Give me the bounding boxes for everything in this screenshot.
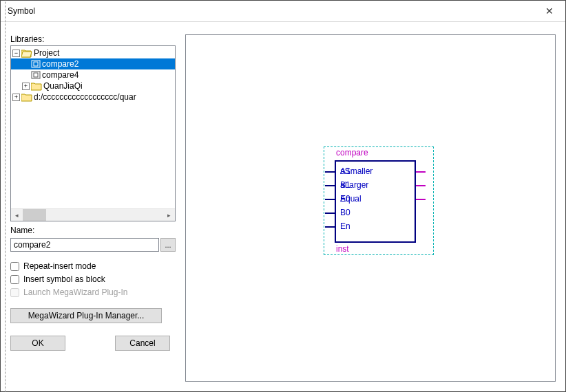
svg-rect-3 xyxy=(34,73,38,77)
tree-item-label: Project xyxy=(34,48,59,58)
launch-megawizard-checkbox: Launch MegaWizard Plug-In xyxy=(10,287,176,297)
megawizard-manager-button[interactable]: MegaWizard Plug-In Manager... xyxy=(10,308,162,323)
pin-stub xyxy=(325,226,335,228)
pin-stub xyxy=(325,213,335,214)
checkbox-input xyxy=(10,288,19,297)
tree-horizontal-scrollbar[interactable]: ◂ ▸ xyxy=(11,208,175,221)
symbol-title: compare xyxy=(336,148,368,157)
tree-item-label: compare2 xyxy=(42,59,78,69)
libraries-tree[interactable]: − Project compare2 xyxy=(10,45,176,221)
pin-stub xyxy=(325,185,335,186)
checks-group: Repeat-insert mode Insert symbol as bloc… xyxy=(10,261,176,297)
pin-stub xyxy=(325,199,335,200)
tree-item-compare4[interactable]: compare4 xyxy=(11,69,175,80)
tree-item-label: compare4 xyxy=(42,70,78,80)
name-label: Name: xyxy=(10,226,176,235)
window-title: Symbol xyxy=(8,6,534,16)
pin-stub xyxy=(416,185,426,186)
preview-canvas[interactable]: compare inst A1 B1 A0 B0 En aSmaller aLa… xyxy=(185,34,556,382)
symbol-body: A1 B1 A0 B0 En aSmaller aLarger Equal xyxy=(335,160,416,243)
browse-button[interactable]: ... xyxy=(160,238,176,252)
close-icon: ✕ xyxy=(545,6,554,17)
checkbox-input[interactable] xyxy=(10,262,19,271)
checkbox-label: Insert symbol as block xyxy=(23,274,105,284)
folder-icon xyxy=(21,93,32,102)
tree-body: − Project compare2 xyxy=(11,46,175,208)
tree-item-compare2[interactable]: compare2 xyxy=(11,58,175,69)
tree-item-quanjiaqi[interactable]: + QuanJiaQi xyxy=(11,80,175,91)
pin-stub xyxy=(416,199,426,200)
pin-stub xyxy=(416,171,426,173)
pin-stub xyxy=(325,171,335,173)
ok-button[interactable]: OK xyxy=(10,336,65,351)
tree-spacer xyxy=(22,61,30,68)
symbol-file-icon xyxy=(31,60,41,69)
expander-plus-icon[interactable]: + xyxy=(12,94,20,101)
scroll-track[interactable] xyxy=(23,209,163,221)
pin-alarger: aLarger xyxy=(336,179,415,190)
tree-item-project[interactable]: − Project xyxy=(11,47,175,58)
tree-spacer xyxy=(22,72,30,79)
dialog-buttons: OK Cancel xyxy=(10,336,176,351)
symbol-dialog: Symbol ✕ Libraries: − Project xyxy=(0,0,566,392)
close-button[interactable]: ✕ xyxy=(534,1,565,21)
cancel-button[interactable]: Cancel xyxy=(115,336,170,351)
expander-minus-icon[interactable]: − xyxy=(12,50,20,57)
scroll-left-button[interactable]: ◂ xyxy=(11,209,23,221)
checkbox-label: Repeat-insert mode xyxy=(23,261,96,271)
insert-as-block-checkbox[interactable]: Insert symbol as block xyxy=(10,274,176,284)
pin-b0: B0 xyxy=(336,207,355,218)
expander-plus-icon[interactable]: + xyxy=(22,83,30,90)
dialog-content: Libraries: − Project xyxy=(1,22,565,391)
repeat-insert-checkbox[interactable]: Repeat-insert mode xyxy=(10,261,176,271)
left-panel: Libraries: − Project xyxy=(10,34,176,382)
checkbox-label: Launch MegaWizard Plug-In xyxy=(23,287,127,297)
name-input-row: ... xyxy=(10,238,176,252)
pin-asmaller: aSmaller xyxy=(336,166,415,177)
folder-icon xyxy=(31,82,42,91)
tree-item-label: QuanJiaQi xyxy=(43,81,83,91)
symbol-instance-name: inst xyxy=(336,244,349,254)
tree-item-label: d:/cccccccccccccccccc/quar xyxy=(34,92,136,102)
scroll-right-button[interactable]: ▸ xyxy=(163,209,175,221)
scroll-thumb[interactable] xyxy=(23,209,46,221)
name-input[interactable] xyxy=(10,238,159,252)
pin-equal: Equal xyxy=(336,193,415,204)
folder-open-icon xyxy=(21,49,32,58)
symbol-preview: compare inst A1 B1 A0 B0 En aSmaller aLa… xyxy=(324,146,434,255)
symbol-file-icon xyxy=(31,71,41,80)
libraries-label: Libraries: xyxy=(10,34,176,44)
tree-item-external-path[interactable]: + d:/cccccccccccccccccc/quar xyxy=(11,91,175,102)
titlebar[interactable]: Symbol ✕ xyxy=(1,1,565,22)
svg-rect-1 xyxy=(34,62,38,66)
pin-en: En xyxy=(336,221,355,232)
checkbox-input[interactable] xyxy=(10,275,19,284)
